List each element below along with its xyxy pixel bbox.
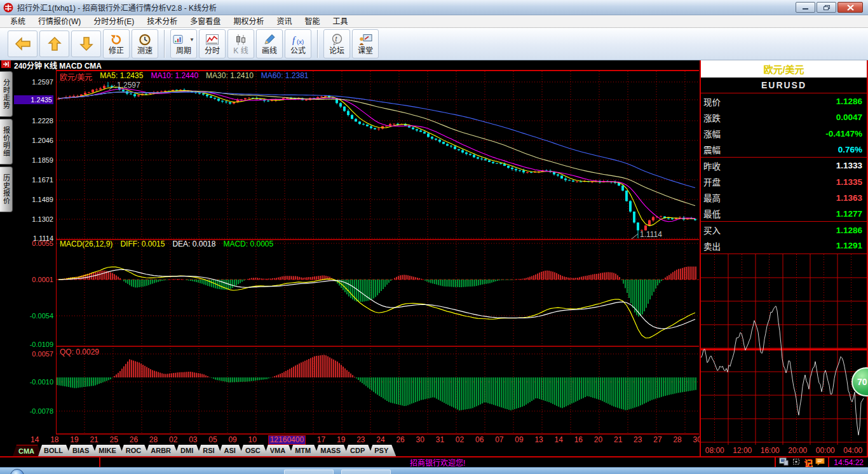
toolbar-button-intraday[interactable]: 分时	[199, 29, 226, 58]
indicator-tab-cdp[interactable]: CDP	[344, 445, 372, 456]
indicator-tab-roc[interactable]: ROC	[120, 445, 149, 456]
indicator-tab-boll[interactable]: BOLL	[38, 445, 71, 456]
side-tab-3[interactable]: 历史报价	[0, 166, 13, 212]
quote-label: 昨收	[703, 159, 721, 172]
dropdown-caret-icon[interactable]: ▼	[189, 37, 194, 43]
menu-item-6[interactable]: 期权分析	[227, 15, 270, 28]
status-left-cell	[0, 457, 100, 467]
indicator-tab-mtm[interactable]: MTM	[289, 445, 318, 456]
toolbar-button-refresh[interactable]: 修正	[103, 29, 130, 58]
indicator-tab-asi[interactable]: ASI	[219, 445, 243, 456]
indicator-tab-psy[interactable]: PSY	[369, 445, 396, 456]
quote-row-买入: 买入1.1286	[701, 222, 867, 238]
x-axis-label: 10	[248, 435, 257, 444]
window-controls	[796, 2, 865, 13]
quote-label: 现价	[703, 95, 721, 108]
message-icon[interactable]	[815, 457, 825, 468]
quote-row-最高: 最高1.1363	[701, 190, 867, 206]
symbol-name[interactable]: 欧元/美元	[701, 60, 867, 78]
indicator-tab-bias[interactable]: BIAS	[67, 445, 97, 456]
qq-y-label: -0.0010	[13, 377, 53, 386]
x-axis-label: 07	[495, 435, 503, 444]
chart-workspace: 240分钟 K线 MACD CMA 分时走势报价明细历史报价 1.25971.2…	[0, 60, 868, 467]
arrow-up-icon	[46, 37, 63, 51]
quote-row-卖出: 卖出1.1291	[701, 238, 867, 254]
windows-taskbar[interactable]	[0, 467, 868, 474]
formula-icon: f(x)	[290, 32, 306, 46]
main-chart-canvas[interactable]: 1.25971.1114	[56, 70, 699, 435]
x-axis-label: 16	[574, 435, 583, 444]
toolbar-button-label: 分时	[205, 47, 220, 55]
time-label: 00:00	[816, 446, 835, 455]
x-axis-label: 03	[189, 435, 197, 444]
quote-label: 震幅	[703, 143, 721, 156]
time-label: 20:00	[788, 446, 807, 455]
taskbar-button[interactable]	[341, 470, 391, 474]
restore-button[interactable]	[817, 2, 836, 13]
toolbar-button-classroom[interactable]: 课堂	[352, 29, 379, 58]
menu-item-3[interactable]: 分时分析(E)	[87, 15, 140, 28]
toolbar-button-forum[interactable]: t论坛	[323, 29, 350, 58]
indicator-tab-mike[interactable]: MIKE	[93, 445, 124, 456]
toolbar-button-formula[interactable]: f(x)公式	[285, 29, 311, 58]
intraday-icon	[206, 32, 219, 46]
menu-item-7[interactable]: 资讯	[270, 15, 298, 28]
app-logo-icon	[3, 3, 13, 13]
time-label: 12:00	[733, 446, 752, 455]
indicator-tab-mass[interactable]: MASS	[315, 445, 348, 456]
menu-item-8[interactable]: 智能	[298, 15, 326, 28]
toolbar-button-arrow-left[interactable]	[8, 30, 37, 57]
x-axis-label: 28	[673, 435, 681, 444]
display-icon[interactable]	[792, 457, 801, 468]
menu-item-4[interactable]: 技术分析	[140, 15, 184, 28]
x-axis-label: 26	[396, 435, 404, 444]
x-axis-label: 27	[653, 435, 661, 444]
quote-value: 1.1291	[836, 241, 862, 250]
start-orb-icon[interactable]	[10, 469, 24, 474]
toolbar-button-draw[interactable]: 画线	[256, 29, 283, 58]
side-tab-1[interactable]: 分时走势	[0, 71, 13, 117]
taskbar-button[interactable]	[284, 470, 334, 474]
indicator-tab-arbr[interactable]: ARBR	[145, 445, 179, 456]
indicator-tab-osc[interactable]: OSC	[240, 445, 268, 456]
y-label-current-price: 1.2435	[14, 95, 53, 104]
x-axis-label: 31	[436, 435, 444, 444]
toolbar-button-clock[interactable]: 测速	[132, 29, 158, 58]
side-tab-2[interactable]: 报价明细	[0, 119, 13, 165]
toolbar-button-arrow-up[interactable]	[39, 30, 69, 57]
quote-rows: 现价1.1286涨跌0.0047涨幅-0.4147%震幅0.76%昨收1.133…	[701, 93, 867, 254]
indicator-tab-rsi[interactable]: RSI	[197, 445, 222, 456]
macd-y-label: -0.0054	[13, 311, 53, 320]
toolbar-button-label: 画线	[262, 47, 277, 55]
quote-value: 1.1363	[836, 193, 862, 203]
qq-y-label: -0.0078	[13, 407, 53, 416]
indicator-tab-vma[interactable]: VMA	[264, 445, 293, 456]
toolbar-button-kline[interactable]: K 线	[227, 29, 254, 58]
toolbar-button-arrow-down[interactable]	[71, 30, 101, 57]
toolbar-button-period[interactable]: ▼周期	[170, 29, 197, 58]
menu-item-1[interactable]: 系统	[4, 15, 32, 28]
mini-intraday-chart[interactable]	[701, 254, 867, 445]
note-icon[interactable]: 记	[804, 456, 812, 467]
y-label: 1.1671	[13, 175, 53, 184]
menu-item-5[interactable]: 多窗看盘	[184, 15, 227, 28]
quote-value: 0.0047	[836, 112, 862, 122]
menu-item-9[interactable]: 工具	[326, 15, 354, 28]
indicator-tab-cma[interactable]: CMA	[13, 445, 42, 456]
status-bar: 招商银行欢迎您! 记 14:54:22	[0, 456, 868, 467]
y-label: 1.2046	[13, 136, 53, 145]
toolbar-button-label: 论坛	[329, 47, 344, 55]
qq-y-label: 0.0057	[13, 349, 53, 358]
macd-y-label: -0.0109	[13, 340, 53, 349]
indicator-tab-dmi[interactable]: DMI	[175, 445, 201, 456]
close-button[interactable]	[837, 2, 863, 13]
menu-item-2[interactable]: 行情报价(W)	[32, 15, 87, 28]
quote-label: 卖出	[703, 240, 721, 252]
minimize-button[interactable]	[796, 2, 815, 13]
svg-text:1.2597: 1.2597	[117, 81, 140, 90]
computer-icon[interactable]	[779, 457, 789, 468]
application-window: 招行外汇1(fxhq1) - 招商银行外汇通行情分析V2.8 - K线分析 系统…	[0, 0, 868, 474]
x-axis-label: 13	[534, 435, 543, 444]
x-axis-label: 18	[50, 435, 58, 444]
x-axis-label: 21	[90, 435, 98, 444]
